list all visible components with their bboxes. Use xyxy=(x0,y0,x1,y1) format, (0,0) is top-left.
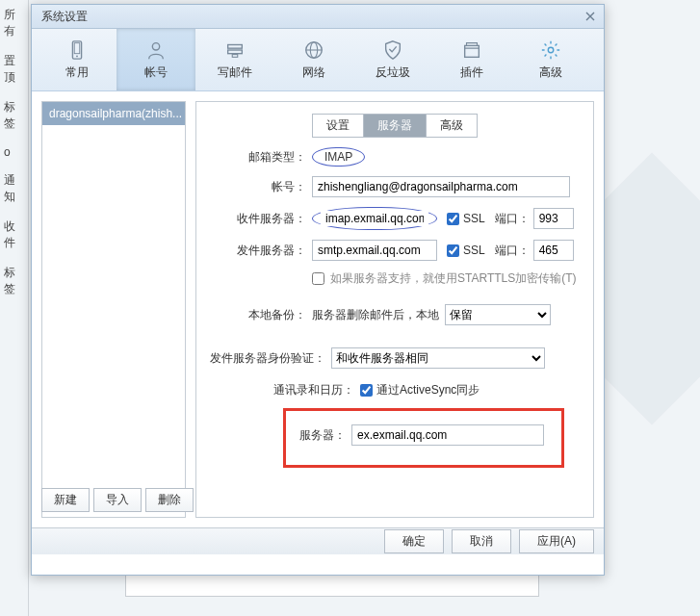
tab-advanced[interactable]: 高级 xyxy=(511,29,590,90)
shield-icon xyxy=(382,39,403,61)
tab-label: 常用 xyxy=(65,64,89,81)
stack-icon xyxy=(224,39,246,61)
svg-rect-5 xyxy=(228,50,243,54)
tab-label: 反垃圾 xyxy=(376,64,410,81)
incoming-server-input[interactable] xyxy=(321,211,428,226)
label-account: 帐号： xyxy=(206,179,312,195)
starttls-label: 如果服务器支持，就使用STARTTLS加密传输(T) xyxy=(330,270,577,287)
import-button[interactable]: 导入 xyxy=(93,488,142,512)
subtab-settings[interactable]: 设置 xyxy=(312,114,364,138)
port-label: 端口： xyxy=(495,243,530,259)
activesync-checkbox[interactable] xyxy=(360,384,373,397)
phone-icon xyxy=(66,39,88,61)
globe-icon xyxy=(303,39,324,61)
local-backup-text: 服务器删除邮件后，本地 xyxy=(312,307,439,323)
account-list: dragonsailpharma(zhish... xyxy=(41,101,186,518)
svg-rect-6 xyxy=(232,54,238,57)
outgoing-ssl-checkbox[interactable] xyxy=(447,244,459,257)
local-backup-select[interactable]: 保留 xyxy=(445,304,551,325)
svg-point-3 xyxy=(152,42,159,49)
outgoing-port-input[interactable] xyxy=(533,240,574,261)
delete-button[interactable]: 删除 xyxy=(145,488,194,512)
tab-plugins[interactable]: 插件 xyxy=(432,29,511,90)
outgoing-auth-select[interactable]: 和收件服务器相同 xyxy=(331,347,545,369)
tab-label: 网络 xyxy=(302,64,325,81)
titlebar: 系统设置 xyxy=(32,5,604,29)
toolbar: 常用 帐号 写邮件 网络 反垃圾 插件 高级 xyxy=(32,29,604,91)
cancel-button[interactable]: 取消 xyxy=(452,529,511,553)
tab-label: 插件 xyxy=(460,64,483,81)
label-server: 服务器： xyxy=(294,427,351,444)
svg-rect-1 xyxy=(74,42,80,53)
subtab-advanced[interactable]: 高级 xyxy=(426,114,478,138)
label-incoming: 收件服务器： xyxy=(206,211,312,227)
ssl-label: SSL xyxy=(463,244,485,257)
sub-tabs: 设置服务器高级 xyxy=(206,114,583,138)
label-addr-cal: 通讯录和日历： xyxy=(206,382,360,398)
ssl-label: SSL xyxy=(463,212,485,225)
tab-network[interactable]: 网络 xyxy=(274,29,353,90)
account-item[interactable]: dragonsailpharma(zhish... xyxy=(42,102,185,125)
label-mailbox-type: 邮箱类型： xyxy=(206,149,312,166)
outgoing-server-input[interactable] xyxy=(312,240,437,261)
mailbox-type-value: IMAP xyxy=(324,150,352,164)
activesync-label: 通过ActiveSync同步 xyxy=(376,382,480,398)
svg-point-11 xyxy=(548,47,554,53)
starttls-checkbox[interactable] xyxy=(312,272,324,285)
box-icon xyxy=(461,39,482,61)
apply-button[interactable]: 应用(A) xyxy=(519,529,594,553)
incoming-ssl-checkbox[interactable] xyxy=(447,213,459,225)
tab-antispam[interactable]: 反垃圾 xyxy=(353,29,432,90)
account-input[interactable] xyxy=(312,176,570,197)
close-icon[interactable] xyxy=(583,9,598,24)
dialog-title: 系统设置 xyxy=(41,9,88,25)
svg-rect-4 xyxy=(228,44,243,48)
ok-button[interactable]: 确定 xyxy=(384,529,444,553)
label-local-backup: 本地备份： xyxy=(206,307,312,323)
incoming-port-input[interactable] xyxy=(533,208,574,229)
svg-point-2 xyxy=(76,55,78,57)
tab-compose[interactable]: 写邮件 xyxy=(195,29,274,90)
label-outgoing-auth: 发件服务器身份验证： xyxy=(206,350,331,367)
person-icon xyxy=(145,39,167,61)
tab-common[interactable]: 常用 xyxy=(38,29,117,90)
highlight-ring xyxy=(312,207,437,230)
svg-rect-10 xyxy=(465,45,480,57)
dialog-footer: 确定 取消 应用(A) xyxy=(32,527,604,554)
tab-label: 写邮件 xyxy=(218,64,252,81)
highlight-red-box: 服务器： xyxy=(283,408,564,468)
starttls-row: 如果服务器支持，就使用STARTTLS加密传输(T) xyxy=(312,270,583,287)
background-side-nav: 所有置顶标签 o通知收件标签 xyxy=(0,0,29,616)
sync-server-input[interactable] xyxy=(351,424,544,446)
label-outgoing: 发件服务器： xyxy=(206,243,312,259)
subtab-server[interactable]: 服务器 xyxy=(363,114,427,138)
new-button[interactable]: 新建 xyxy=(41,488,90,512)
tab-account[interactable]: 帐号 xyxy=(117,29,195,90)
settings-panel: 设置服务器高级 邮箱类型： IMAP 帐号： 收件服务器： SSL 端口： xyxy=(195,101,594,518)
gear-icon xyxy=(540,39,561,61)
settings-dialog: 系统设置 常用 帐号 写邮件 网络 反垃圾 插件 xyxy=(31,4,605,576)
tab-label: 帐号 xyxy=(144,64,168,81)
tab-label: 高级 xyxy=(539,64,562,81)
left-button-row: 新建 导入 删除 xyxy=(41,488,194,512)
port-label: 端口： xyxy=(495,211,530,227)
highlight-ring: IMAP xyxy=(312,147,365,167)
